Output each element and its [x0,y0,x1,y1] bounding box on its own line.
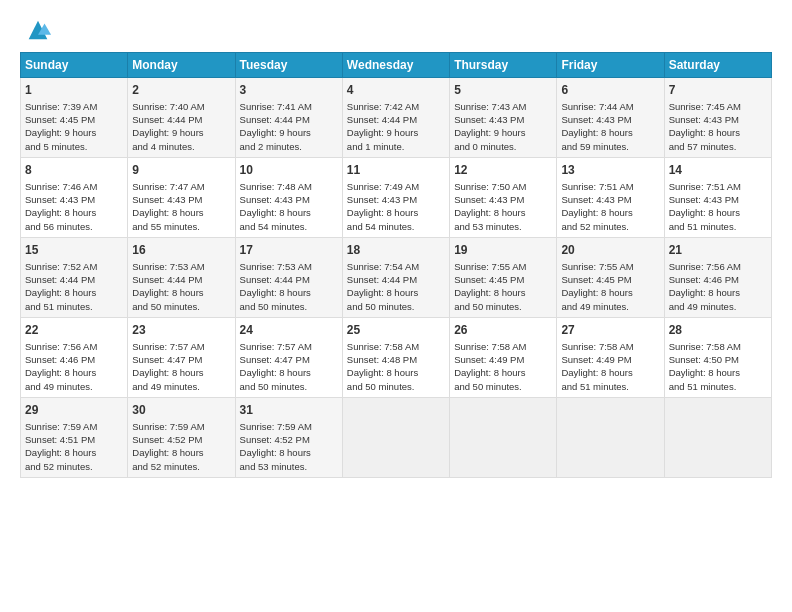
day-info-line: Sunset: 4:45 PM [25,113,123,126]
day-number: 4 [347,82,445,99]
calendar-cell: 13Sunrise: 7:51 AMSunset: 4:43 PMDayligh… [557,157,664,237]
day-info-line: Sunset: 4:49 PM [561,353,659,366]
day-info-line: Sunrise: 7:59 AM [132,420,230,433]
day-info-line: Sunrise: 7:52 AM [25,260,123,273]
day-info-line: Sunrise: 7:46 AM [25,180,123,193]
day-info-line: Sunrise: 7:55 AM [561,260,659,273]
calendar-cell: 5Sunrise: 7:43 AMSunset: 4:43 PMDaylight… [450,78,557,158]
weekday-header-thursday: Thursday [450,53,557,78]
day-info-line: Sunset: 4:43 PM [561,193,659,206]
day-info-line: Sunrise: 7:57 AM [132,340,230,353]
calendar-cell: 20Sunrise: 7:55 AMSunset: 4:45 PMDayligh… [557,237,664,317]
day-info-line: Daylight: 8 hours [132,286,230,299]
day-info-line: and 52 minutes. [25,460,123,473]
day-info-line: and 51 minutes. [25,300,123,313]
calendar-cell: 6Sunrise: 7:44 AMSunset: 4:43 PMDaylight… [557,78,664,158]
day-info-line: Daylight: 8 hours [240,366,338,379]
calendar-cell: 11Sunrise: 7:49 AMSunset: 4:43 PMDayligh… [342,157,449,237]
day-info-line: Sunrise: 7:54 AM [347,260,445,273]
day-info-line: and 50 minutes. [454,300,552,313]
calendar-cell: 29Sunrise: 7:59 AMSunset: 4:51 PMDayligh… [21,397,128,477]
day-info-line: Sunset: 4:47 PM [132,353,230,366]
day-info-line: Sunset: 4:43 PM [25,193,123,206]
day-info-line: Sunrise: 7:51 AM [669,180,767,193]
day-number: 18 [347,242,445,259]
calendar-cell: 3Sunrise: 7:41 AMSunset: 4:44 PMDaylight… [235,78,342,158]
day-number: 17 [240,242,338,259]
day-number: 30 [132,402,230,419]
day-number: 9 [132,162,230,179]
day-info-line: Daylight: 9 hours [454,126,552,139]
day-info-line: Daylight: 8 hours [561,286,659,299]
day-info-line: and 52 minutes. [132,460,230,473]
day-info-line: Sunrise: 7:41 AM [240,100,338,113]
day-number: 21 [669,242,767,259]
day-number: 20 [561,242,659,259]
day-number: 15 [25,242,123,259]
day-info-line: Sunrise: 7:56 AM [25,340,123,353]
logo-icon [24,16,52,44]
day-info-line: Daylight: 8 hours [25,446,123,459]
day-info-line: Sunset: 4:43 PM [347,193,445,206]
day-info-line: Sunset: 4:44 PM [240,113,338,126]
day-info-line: Sunrise: 7:59 AM [25,420,123,433]
day-number: 26 [454,322,552,339]
day-info-line: Daylight: 8 hours [25,286,123,299]
calendar-cell: 18Sunrise: 7:54 AMSunset: 4:44 PMDayligh… [342,237,449,317]
calendar-cell: 1Sunrise: 7:39 AMSunset: 4:45 PMDaylight… [21,78,128,158]
day-number: 7 [669,82,767,99]
day-info-line: Sunset: 4:52 PM [240,433,338,446]
weekday-header-row: SundayMondayTuesdayWednesdayThursdayFrid… [21,53,772,78]
day-info-line: Sunset: 4:44 PM [132,273,230,286]
day-info-line: and 4 minutes. [132,140,230,153]
day-number: 6 [561,82,659,99]
day-info-line: and 54 minutes. [240,220,338,233]
day-info-line: Sunrise: 7:59 AM [240,420,338,433]
calendar-cell: 21Sunrise: 7:56 AMSunset: 4:46 PMDayligh… [664,237,771,317]
day-info-line: Sunrise: 7:45 AM [669,100,767,113]
day-info-line: and 50 minutes. [347,300,445,313]
day-info-line: Sunrise: 7:51 AM [561,180,659,193]
day-number: 5 [454,82,552,99]
page: SundayMondayTuesdayWednesdayThursdayFrid… [0,0,792,612]
day-info-line: Daylight: 8 hours [669,206,767,219]
day-info-line: and 2 minutes. [240,140,338,153]
day-info-line: Daylight: 8 hours [561,206,659,219]
calendar-cell: 2Sunrise: 7:40 AMSunset: 4:44 PMDaylight… [128,78,235,158]
day-info-line: Daylight: 8 hours [347,206,445,219]
day-info-line: and 56 minutes. [25,220,123,233]
day-info-line: Sunset: 4:45 PM [454,273,552,286]
weekday-header-wednesday: Wednesday [342,53,449,78]
day-info-line: and 53 minutes. [454,220,552,233]
calendar-week-2: 8Sunrise: 7:46 AMSunset: 4:43 PMDaylight… [21,157,772,237]
calendar-cell [342,397,449,477]
day-info-line: Sunset: 4:43 PM [669,193,767,206]
calendar-cell: 9Sunrise: 7:47 AMSunset: 4:43 PMDaylight… [128,157,235,237]
day-info-line: Daylight: 8 hours [454,206,552,219]
day-number: 14 [669,162,767,179]
calendar-cell: 26Sunrise: 7:58 AMSunset: 4:49 PMDayligh… [450,317,557,397]
day-info-line: and 50 minutes. [454,380,552,393]
weekday-header-tuesday: Tuesday [235,53,342,78]
calendar-cell: 22Sunrise: 7:56 AMSunset: 4:46 PMDayligh… [21,317,128,397]
day-info-line: Daylight: 8 hours [132,366,230,379]
day-info-line: and 51 minutes. [561,380,659,393]
calendar-cell: 31Sunrise: 7:59 AMSunset: 4:52 PMDayligh… [235,397,342,477]
day-info-line: Sunrise: 7:48 AM [240,180,338,193]
day-info-line: Sunrise: 7:40 AM [132,100,230,113]
header [20,16,772,44]
calendar-cell: 7Sunrise: 7:45 AMSunset: 4:43 PMDaylight… [664,78,771,158]
calendar-cell: 15Sunrise: 7:52 AMSunset: 4:44 PMDayligh… [21,237,128,317]
calendar-cell: 19Sunrise: 7:55 AMSunset: 4:45 PMDayligh… [450,237,557,317]
weekday-header-friday: Friday [557,53,664,78]
day-info-line: Sunrise: 7:57 AM [240,340,338,353]
day-number: 19 [454,242,552,259]
day-info-line: Daylight: 8 hours [25,366,123,379]
day-info-line: Sunset: 4:52 PM [132,433,230,446]
day-number: 13 [561,162,659,179]
calendar-cell [557,397,664,477]
calendar-cell: 4Sunrise: 7:42 AMSunset: 4:44 PMDaylight… [342,78,449,158]
day-info-line: and 55 minutes. [132,220,230,233]
day-info-line: Sunrise: 7:53 AM [240,260,338,273]
calendar-cell: 8Sunrise: 7:46 AMSunset: 4:43 PMDaylight… [21,157,128,237]
